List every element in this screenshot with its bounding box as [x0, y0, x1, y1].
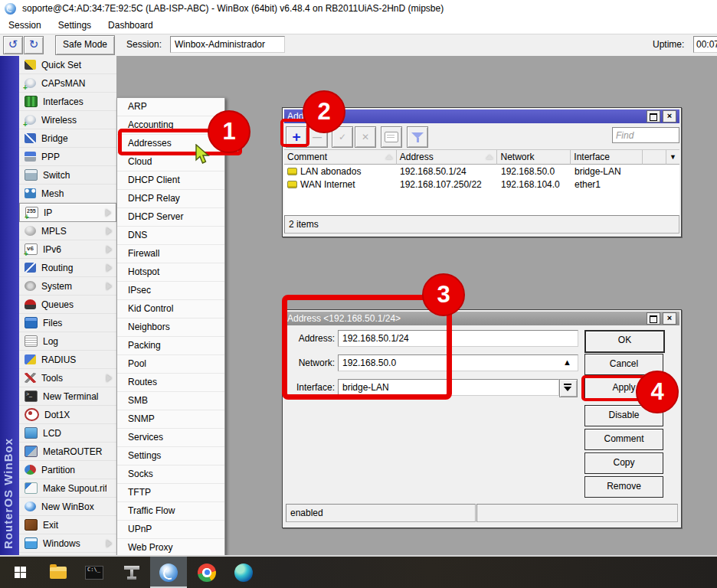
ip-submenu-item[interactable]: Kid Control: [117, 300, 224, 318]
dialog-status-right: [476, 504, 678, 522]
sidebar-item[interactable]: Routing: [19, 259, 116, 277]
sidebar-item[interactable]: Partition: [19, 461, 116, 479]
sidebar-item-label: Routing: [41, 263, 106, 273]
redo-button[interactable]: ↻: [24, 36, 44, 54]
winbox-app-window: soporte@C4:AD:34:7E:92:5C (LAB-ISP-ABC) …: [0, 0, 717, 588]
safe-mode-button[interactable]: Safe Mode: [55, 35, 115, 55]
radius-icon: [25, 354, 36, 364]
start-button[interactable]: [2, 557, 38, 588]
session-value-box[interactable]: Winbox-Administrador: [170, 36, 285, 53]
collapse-arrow-icon[interactable]: ▲: [563, 358, 571, 367]
menu-session[interactable]: Session: [0, 20, 50, 31]
ip-submenu-item[interactable]: SNMP: [117, 410, 224, 429]
log-icon: [25, 335, 38, 347]
comment-button[interactable]: Comment: [584, 429, 663, 450]
sidebar-item[interactable]: Dot1X: [19, 406, 116, 424]
disable-button[interactable]: ✕: [355, 126, 376, 148]
sidebar-item[interactable]: Mesh: [19, 185, 116, 203]
ip-submenu-item[interactable]: DHCP Client: [117, 172, 224, 190]
column-header-comment[interactable]: Comment: [284, 150, 397, 165]
sidebar-item[interactable]: RADIUS: [19, 351, 116, 369]
find-input[interactable]: [612, 127, 679, 143]
remove-button[interactable]: Remove: [584, 476, 663, 498]
ip-submenu-item[interactable]: ARP: [117, 98, 224, 116]
sidebar-item[interactable]: Wireless: [19, 111, 116, 129]
ip-submenu-item[interactable]: DHCP Relay: [117, 190, 224, 208]
column-header-interface[interactable]: Interface: [571, 150, 643, 165]
ip-submenu-item[interactable]: Services: [117, 429, 224, 447]
taskbar-mikrotik-tool[interactable]: [113, 557, 150, 588]
ip-submenu-item[interactable]: Hotspot: [117, 263, 224, 282]
check-icon: ✓: [339, 132, 346, 142]
maximize-icon[interactable]: [647, 312, 660, 325]
sidebar-item[interactable]: Make Supout.rif: [19, 479, 116, 498]
ip-submenu-item[interactable]: Firewall: [117, 245, 224, 263]
column-header-address[interactable]: Address: [397, 150, 498, 165]
submenu-arrow-icon: [106, 374, 112, 382]
interface-dropdown-button[interactable]: [559, 379, 578, 397]
sidebar-item[interactable]: Quick Set: [19, 56, 116, 74]
ip-submenu-item[interactable]: TFTP: [117, 484, 224, 502]
column-chooser-dropdown[interactable]: ▼: [666, 150, 679, 165]
sidebar-item[interactable]: CAPsMAN: [19, 74, 116, 93]
sidebar-item[interactable]: New Terminal: [19, 387, 116, 406]
sidebar-item[interactable]: IP: [19, 203, 116, 222]
taskbar-chrome[interactable]: [188, 557, 225, 588]
sidebar-item-label: Windows: [43, 538, 106, 549]
ip-submenu-item[interactable]: Settings: [117, 447, 224, 466]
sidebar-item-label: Dot1X: [44, 410, 106, 420]
menu-settings[interactable]: Settings: [50, 20, 100, 31]
address-item-icon: [287, 168, 297, 175]
column-header-network[interactable]: Network: [497, 150, 571, 165]
close-icon[interactable]: ×: [663, 312, 676, 325]
ip-submenu-item[interactable]: Packing: [117, 337, 224, 355]
sidebar-item[interactable]: Interfaces: [19, 93, 116, 111]
sidebar-item-label: Mesh: [41, 188, 106, 199]
ip-submenu-item[interactable]: Socks: [117, 466, 224, 484]
filter-button[interactable]: [407, 126, 428, 148]
address-row[interactable]: WAN Internet 192.168.107.250/22 192.168.…: [284, 178, 679, 191]
ip-submenu-item[interactable]: UPnP: [117, 521, 224, 539]
sidebar-item[interactable]: IPv6: [19, 240, 116, 259]
sidebar-item[interactable]: LCD: [19, 424, 116, 443]
ip-submenu-item[interactable]: IPsec: [117, 282, 224, 300]
sidebar-item[interactable]: Queues: [19, 296, 116, 314]
taskbar-terminal[interactable]: C:\_: [76, 557, 113, 588]
sidebar-item[interactable]: Tools: [19, 369, 116, 387]
wireless-icon: [25, 115, 36, 125]
ok-button[interactable]: OK: [584, 330, 665, 353]
sidebar-item-label: IP: [44, 207, 106, 218]
app-title: soporte@C4:AD:34:7E:92:5C (LAB-ISP-ABC) …: [22, 3, 444, 14]
sidebar-item[interactable]: New WinBox: [19, 498, 116, 516]
sidebar-item[interactable]: PPP: [19, 148, 116, 166]
undo-button[interactable]: ↺: [3, 36, 23, 54]
ip-submenu-item[interactable]: Neighbors: [117, 318, 224, 337]
sidebar-item[interactable]: Files: [19, 314, 116, 332]
ip-submenu-item[interactable]: Routes: [117, 374, 224, 392]
taskbar-file-explorer[interactable]: [40, 557, 77, 588]
ip-submenu-item[interactable]: Pool: [117, 355, 224, 374]
exit-icon: [25, 519, 38, 531]
ip-submenu-item[interactable]: DHCP Server: [117, 208, 224, 227]
ip-submenu-item[interactable]: Traffic Flow: [117, 502, 224, 521]
partition-icon: [25, 465, 36, 475]
copy-button[interactable]: Copy: [584, 452, 663, 474]
ip-submenu-item[interactable]: SMB: [117, 392, 224, 410]
sidebar-item[interactable]: MPLS: [19, 222, 116, 240]
sidebar-item[interactable]: Bridge: [19, 129, 116, 148]
menu-dashboard[interactable]: Dashboard: [100, 20, 162, 31]
sidebar-item[interactable]: Exit: [19, 516, 116, 534]
address-row[interactable]: LAN abonados 192.168.50.1/24 192.168.50.…: [284, 165, 679, 178]
sidebar-item[interactable]: System: [19, 277, 116, 296]
sidebar-item[interactable]: Log: [19, 332, 116, 351]
close-icon[interactable]: ×: [663, 110, 676, 122]
ip-submenu-item[interactable]: DNS: [117, 227, 224, 245]
sidebar-item[interactable]: MetaROUTER: [19, 443, 116, 461]
sidebar-item[interactable]: Windows: [19, 534, 116, 553]
sidebar-item[interactable]: Switch: [19, 166, 116, 185]
taskbar-edge[interactable]: [225, 557, 262, 588]
taskbar-winbox-active[interactable]: [150, 557, 187, 588]
files-icon: [25, 317, 38, 328]
maximize-icon[interactable]: [647, 110, 660, 122]
comment-button[interactable]: [381, 126, 402, 148]
